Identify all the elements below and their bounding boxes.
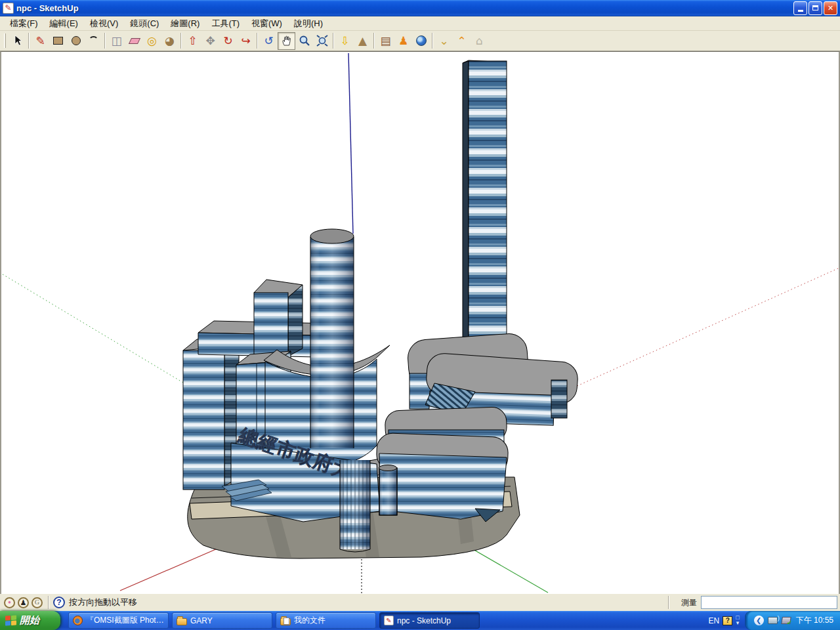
lower-cylinder (340, 460, 370, 552)
hide-icons-chevron[interactable]: ❮ (754, 616, 764, 625)
menu-tools[interactable]: 工具(T) (205, 16, 245, 31)
menu-file[interactable]: 檔案(F) (4, 16, 44, 31)
tape-measure-icon: ◎ (147, 35, 157, 47)
tall-tower (463, 60, 507, 368)
language-bar-options-icon[interactable]: □▾ (736, 616, 739, 625)
help-prompt-icon[interactable]: ? (53, 597, 65, 608)
claim-credit-icon[interactable]: ♟ (18, 597, 29, 608)
get-view-icon: ⇩ (340, 35, 349, 47)
language-bar[interactable]: EN ? □▾ (704, 616, 745, 625)
start-label: 開始 (20, 614, 39, 627)
make-component-button[interactable]: ◫ (108, 32, 125, 50)
arc-tool-button[interactable] (85, 32, 102, 50)
notification-area: ❮ 下午 10:55 (745, 611, 840, 630)
window-title: npc - SketchUp (16, 3, 792, 13)
start-button[interactable]: 開始 (0, 611, 60, 630)
tool-bar: ✎ ◫ ◎ ◕ ⇧ ✥ ↻ ↪ ↺ ⇩ ▲ ▤ ♟ ⌄ ⌃ ⌂ (0, 31, 840, 51)
place-model-button[interactable]: ♟ (394, 32, 412, 50)
taskbar-item-firefox[interactable]: 『OMSI截圖版 Photo... (68, 612, 169, 629)
arc-icon (89, 36, 98, 45)
get-models-button[interactable]: ⌄ (435, 32, 453, 50)
ime-icon[interactable]: ? (723, 616, 732, 625)
place-model-icon: ♟ (398, 35, 408, 47)
pencil-icon: ✎ (35, 35, 45, 47)
component-house-button[interactable]: ⌂ (471, 32, 488, 50)
language-indicator[interactable]: EN (709, 616, 720, 625)
firefox-icon (73, 616, 83, 625)
my-documents-icon (280, 618, 291, 625)
rotate-icon: ↻ (223, 35, 232, 47)
select-tool-button[interactable] (9, 32, 26, 50)
offset-tool-button[interactable]: ↪ (237, 32, 255, 50)
eraser-tool-button[interactable] (125, 32, 143, 50)
sketchup-task-icon: ✎ (384, 616, 394, 625)
folder-icon (177, 618, 187, 625)
cylinder-tower (310, 229, 354, 448)
taskbar-item-my-documents[interactable]: 我的文件 (276, 612, 376, 629)
toolbar-grip[interactable] (4, 33, 6, 48)
building-photo-icon: ▤ (380, 35, 390, 47)
windows-flag-icon (5, 615, 16, 625)
circle-icon (72, 36, 81, 45)
orbit-tool-button[interactable]: ↺ (260, 32, 278, 50)
sketchup-window: ✎ npc - SketchUp ✕ 檔案(F) 編輯(E) 檢視(V) 鏡頭(… (0, 0, 840, 630)
restore-button[interactable] (808, 1, 822, 15)
paint-bucket-button[interactable]: ◕ (161, 32, 178, 50)
photo-textures-button[interactable]: ▤ (377, 32, 394, 50)
share-model-icon: ⌃ (457, 35, 466, 47)
minimize-button[interactable] (793, 1, 807, 15)
menu-camera[interactable]: 鏡頭(C) (124, 16, 165, 31)
measurement-label: 測量 (681, 597, 697, 608)
taskbar-item-sketchup[interactable]: ✎ npc - SketchUp (379, 612, 480, 629)
model-viewport[interactable]: 總經市政府大樓 (0, 51, 840, 594)
push-pull-icon: ⇧ (188, 35, 197, 47)
menu-bar: 檔案(F) 編輯(E) 檢視(V) 鏡頭(C) 繪圖(R) 工具(T) 視窗(W… (0, 16, 840, 31)
taskbar-item-gary-folder[interactable]: GARY (172, 612, 272, 629)
right-building-cluster (376, 333, 579, 522)
zoom-tool-button[interactable] (295, 32, 313, 50)
circle-tool-button[interactable] (67, 32, 85, 50)
close-button[interactable]: ✕ (824, 1, 837, 15)
menu-help[interactable]: 說明(H) (288, 16, 329, 31)
get-models-icon: ⌄ (439, 35, 448, 47)
rectangle-icon (53, 37, 63, 45)
menu-draw[interactable]: 繪圖(R) (165, 16, 205, 31)
geolocation-status-icon[interactable]: ● (4, 597, 15, 608)
toggle-terrain-button[interactable]: ▲ (354, 32, 371, 50)
rectangle-tool-button[interactable] (49, 32, 67, 50)
move-icon: ✥ (205, 35, 215, 47)
google-earth-icon (416, 35, 427, 46)
zoom-extents-icon (316, 35, 328, 47)
menu-edit[interactable]: 編輯(E) (44, 16, 84, 31)
zoom-icon (299, 35, 310, 47)
move-tool-button[interactable]: ✥ (201, 32, 219, 50)
status-hint-text: 按方向拖動以平移 (69, 597, 664, 608)
sketchup-app-icon: ✎ (3, 3, 14, 14)
zoom-extents-button[interactable] (313, 32, 331, 50)
sign-in-icon[interactable]: G (32, 597, 43, 608)
component-box-icon: ◫ (111, 35, 121, 47)
offset-icon: ↪ (241, 35, 250, 47)
google-earth-button[interactable] (412, 32, 430, 50)
safely-remove-hardware-icon[interactable] (781, 617, 791, 624)
pan-tool-button[interactable] (278, 32, 295, 50)
pan-hand-icon (281, 35, 293, 47)
measurement-input[interactable] (701, 596, 837, 609)
menu-window[interactable]: 視窗(W) (245, 16, 288, 31)
get-current-view-button[interactable]: ⇩ (336, 32, 354, 50)
rotate-tool-button[interactable]: ↻ (219, 32, 237, 50)
line-tool-button[interactable]: ✎ (32, 32, 49, 50)
status-bar: ● ♟ G ? 按方向拖動以平移 測量 (0, 594, 840, 611)
system-tray: EN ? □▾ ❮ 下午 10:55 (704, 611, 840, 630)
menu-view[interactable]: 檢視(V) (84, 16, 124, 31)
push-pull-button[interactable]: ⇧ (184, 32, 201, 50)
select-icon (12, 35, 24, 47)
terrain-icon: ▲ (358, 35, 367, 47)
taskbar-clock[interactable]: 下午 10:55 (796, 615, 833, 626)
network-status-icon[interactable] (768, 617, 778, 624)
orbit-icon: ↺ (264, 35, 273, 47)
paint-bucket-icon: ◕ (165, 35, 175, 47)
tape-measure-button[interactable]: ◎ (143, 32, 161, 50)
share-model-button[interactable]: ⌃ (453, 32, 471, 50)
house-icon: ⌂ (476, 35, 483, 47)
